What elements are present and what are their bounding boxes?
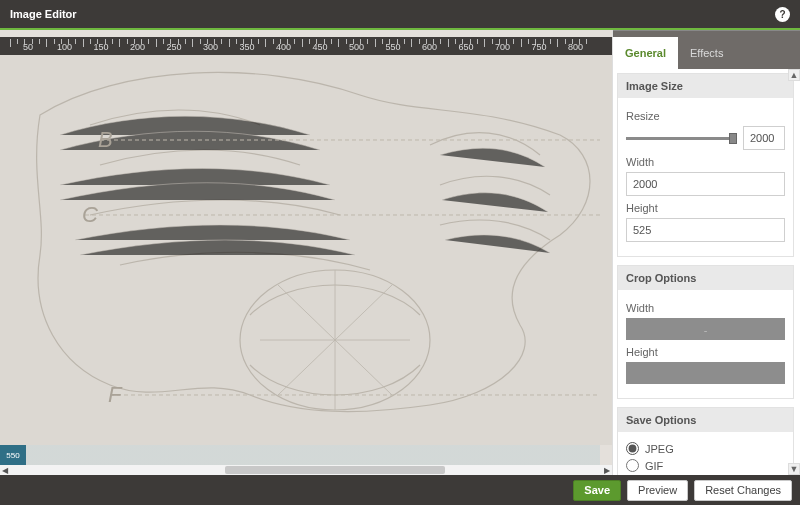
tab-gap — [613, 30, 800, 37]
panel-scroll-up-icon[interactable]: ▲ — [788, 69, 800, 81]
ruler-mark: 100 — [57, 42, 72, 52]
ruler-mark: 500 — [349, 42, 364, 52]
ruler-mark: 700 — [495, 42, 510, 52]
app-title: Image Editor — [10, 8, 77, 20]
resize-slider[interactable] — [626, 133, 737, 143]
title-bar: Image Editor ? — [0, 0, 800, 28]
horizontal-scrollbar[interactable]: ◀ ▶ — [0, 465, 612, 475]
resize-value-input[interactable] — [743, 126, 785, 150]
ruler-mark: 600 — [422, 42, 437, 52]
side-panel: General Effects ▲ Image Size Resize Widt… — [612, 30, 800, 475]
ruler-mark: 800 — [568, 42, 583, 52]
ruler-mark: 400 — [276, 42, 291, 52]
reset-button[interactable]: Reset Changes — [694, 480, 792, 501]
tabs: General Effects — [613, 37, 800, 69]
group-title-image-size: Image Size — [618, 74, 793, 98]
radio-gif[interactable] — [626, 459, 639, 472]
main-area: 5010015020025030035040045050055060065070… — [0, 30, 800, 475]
height-input[interactable] — [626, 218, 785, 242]
preview-button[interactable]: Preview — [627, 480, 688, 501]
group-title-crop: Crop Options — [618, 266, 793, 290]
tab-effects[interactable]: Effects — [678, 37, 735, 69]
ruler-horizontal: 5010015020025030035040045050055060065070… — [0, 37, 612, 55]
group-image-size: Image Size Resize Width Height — [617, 73, 794, 257]
canvas-letter-c: C — [82, 202, 98, 227]
ruler-mark: 150 — [93, 42, 108, 52]
ruler-side-tag: 550 — [0, 445, 26, 465]
crop-height-label: Height — [626, 346, 785, 358]
resize-label: Resize — [626, 110, 785, 122]
help-icon[interactable]: ? — [775, 7, 790, 22]
ruler-mark: 550 — [385, 42, 400, 52]
canvas-area: 5010015020025030035040045050055060065070… — [0, 30, 612, 475]
crop-width-label: Width — [626, 302, 785, 314]
group-save: Save Options JPEG GIF PNG Quality — [617, 407, 794, 475]
ruler-mark: 750 — [531, 42, 546, 52]
ruler-mark: 650 — [458, 42, 473, 52]
canvas-letter-b: B — [98, 127, 113, 152]
ruler-mark: 300 — [203, 42, 218, 52]
panel-body: Image Size Resize Width Height — [613, 69, 800, 475]
radio-gif-label: GIF — [645, 460, 663, 472]
scroll-thumb[interactable] — [225, 466, 445, 474]
scroll-right-icon[interactable]: ▶ — [602, 465, 612, 475]
width-label: Width — [626, 156, 785, 168]
ruler-mark: 350 — [239, 42, 254, 52]
crop-height-input — [626, 362, 785, 384]
format-gif[interactable]: GIF — [626, 459, 785, 472]
save-button[interactable]: Save — [573, 480, 621, 501]
panel-scroll-down-icon[interactable]: ▼ — [788, 463, 800, 475]
crop-width-input: - — [626, 318, 785, 340]
canvas-image[interactable]: B C F — [0, 55, 612, 445]
group-title-save: Save Options — [618, 408, 793, 432]
ruler-mark: 250 — [166, 42, 181, 52]
scroll-track[interactable] — [10, 465, 602, 475]
ruler-mark: 450 — [312, 42, 327, 52]
canvas-letter-f: F — [108, 382, 123, 407]
radio-jpeg[interactable] — [626, 442, 639, 455]
scroll-left-icon[interactable]: ◀ — [0, 465, 10, 475]
ruler-bottom-strip — [0, 445, 600, 465]
format-jpeg[interactable]: JPEG — [626, 442, 785, 455]
radio-jpeg-label: JPEG — [645, 443, 674, 455]
width-input[interactable] — [626, 172, 785, 196]
group-crop: Crop Options Width - Height — [617, 265, 794, 399]
ruler-mark: 200 — [130, 42, 145, 52]
height-label: Height — [626, 202, 785, 214]
footer: Save Preview Reset Changes — [0, 475, 800, 505]
tab-general[interactable]: General — [613, 37, 678, 69]
